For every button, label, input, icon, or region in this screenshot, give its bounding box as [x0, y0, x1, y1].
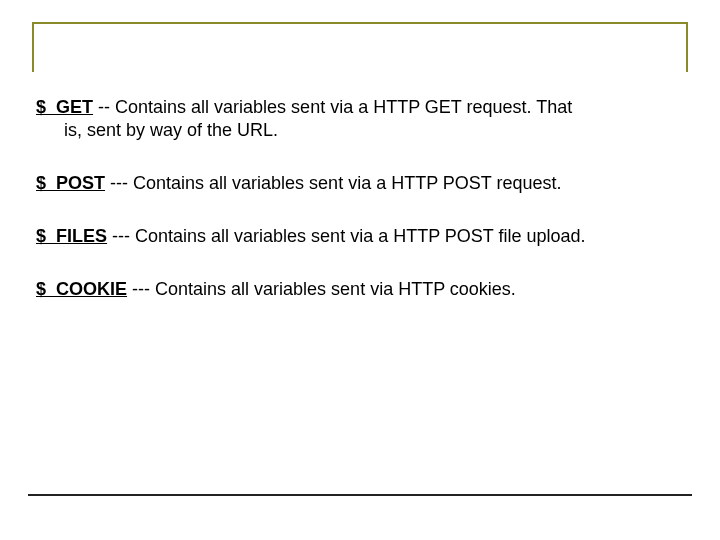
description: Contains all variables sent via a HTTP P… [135, 226, 586, 246]
description: Contains all variables sent via a HTTP G… [115, 97, 572, 117]
separator: --- [105, 173, 133, 193]
description-cont: is, sent by way of the URL. [36, 119, 684, 142]
entry-get: $_GET -- Contains all variables sent via… [36, 96, 684, 142]
body-content: $_GET -- Contains all variables sent via… [36, 96, 684, 331]
slide: $_GET -- Contains all variables sent via… [0, 0, 720, 540]
header-frame [32, 22, 688, 72]
entry-files: $_FILES --- Contains all variables sent … [36, 225, 684, 248]
footer-rule [28, 494, 692, 496]
var-name: $_POST [36, 173, 105, 193]
var-name: $_GET [36, 97, 93, 117]
var-name: $_COOKIE [36, 279, 127, 299]
description: Contains all variables sent via a HTTP P… [133, 173, 562, 193]
separator: --- [127, 279, 155, 299]
description: Contains all variables sent via HTTP coo… [155, 279, 516, 299]
var-name: $_FILES [36, 226, 107, 246]
entry-cookie: $_COOKIE --- Contains all variables sent… [36, 278, 684, 301]
separator: -- [93, 97, 115, 117]
entry-post: $_POST --- Contains all variables sent v… [36, 172, 684, 195]
separator: --- [107, 226, 135, 246]
